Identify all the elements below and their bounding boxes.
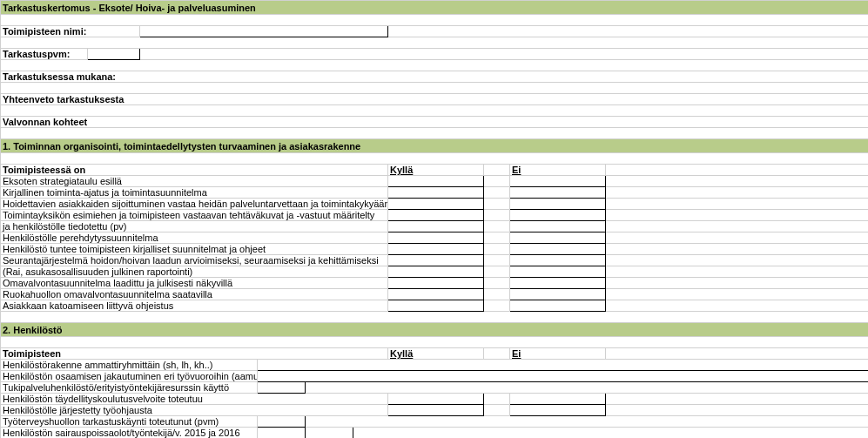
- s1-no-8[interactable]: [510, 266, 606, 278]
- s2-row: Henkilöstön sairauspoissaolot/työntekijä…: [1, 428, 258, 439]
- s2-row: Henkilöstön täydellityskoulutusvelvoite …: [1, 394, 388, 405]
- s1-yes-9[interactable]: [388, 278, 484, 289]
- s2-row: Henkilöstörakenne ammattiryhmittäin (sh,…: [1, 360, 258, 371]
- s1-no-6[interactable]: [510, 244, 606, 255]
- s1-no-9[interactable]: [510, 278, 606, 289]
- s1-row: Asiakkaan katoamiseen liittyvä ohjeistus: [1, 300, 388, 312]
- s1-yes-0[interactable]: [388, 176, 484, 187]
- s1-yes-6[interactable]: [388, 244, 484, 255]
- s2-yes-3[interactable]: [388, 394, 484, 405]
- s1-yes-4[interactable]: [388, 221, 484, 232]
- label-yhteenveto: Yhteenveto tarkastuksesta: [1, 94, 869, 105]
- s1-no-7[interactable]: [510, 255, 606, 266]
- s1-no-1[interactable]: [510, 187, 606, 199]
- label-mukana: Tarkastuksessa mukana:: [1, 71, 869, 83]
- s1-no-2[interactable]: [510, 199, 606, 210]
- input-tarkastuspvm[interactable]: [88, 49, 140, 60]
- s2-row: Tukipalveluhenkilöstö/erityistyöntekijär…: [1, 382, 258, 394]
- s2-small-6a[interactable]: [258, 428, 306, 439]
- s2-row: Henkilöstölle järjestetty työohjausta: [1, 405, 388, 416]
- section1-sub: Toimipisteessä on: [1, 165, 388, 176]
- page-title: Tarkastuskertomus - Eksote/ Hoiva- ja pa…: [1, 1, 869, 15]
- s2-yes-4[interactable]: [388, 405, 484, 416]
- col-ei2: Ei: [510, 348, 606, 360]
- section1-title: 1. Toiminnan organisointi, toimintaedell…: [1, 139, 869, 153]
- s1-yes-3[interactable]: [388, 210, 484, 221]
- s1-row: Toimintayksikön esimiehen ja toimipistee…: [1, 210, 388, 221]
- spreadsheet-grid: Tarkastuskertomus - Eksote/ Hoiva- ja pa…: [0, 0, 868, 438]
- s1-row: Eksoten strategiataulu esillä: [1, 176, 388, 187]
- s1-yes-7[interactable]: [388, 255, 484, 266]
- s2-field-1[interactable]: [258, 371, 869, 382]
- s1-yes-10[interactable]: [388, 289, 484, 300]
- s1-row: Ruokahuollon omavalvontasuunnitelma saat…: [1, 289, 388, 300]
- s1-yes-2[interactable]: [388, 199, 484, 210]
- s1-row: Kirjallinen toiminta-ajatus ja toimintas…: [1, 187, 388, 199]
- s1-no-10[interactable]: [510, 289, 606, 300]
- s2-small-2[interactable]: [258, 382, 306, 394]
- s1-no-11[interactable]: [510, 300, 606, 312]
- s2-row: Henkilöstön osaamisen jakautuminen eri t…: [1, 371, 258, 382]
- s1-no-4[interactable]: [510, 221, 606, 232]
- s1-row: Seurantajärjestelmä hoidon/hoivan laadun…: [1, 255, 388, 266]
- s1-no-5[interactable]: [510, 232, 606, 244]
- col-ei: Ei: [510, 165, 606, 176]
- s2-field-0[interactable]: [258, 360, 869, 371]
- s1-no-0[interactable]: [510, 176, 606, 187]
- s1-yes-5[interactable]: [388, 232, 484, 244]
- s1-row: Hoidettavien asiakkaiden sijoittuminen v…: [1, 199, 388, 210]
- s1-no-3[interactable]: [510, 210, 606, 221]
- s2-small-5[interactable]: [258, 416, 306, 428]
- s1-row: Omavalvontasuunnitelma laadittu ja julki…: [1, 278, 388, 289]
- section2-sub: Toimipisteen: [1, 348, 388, 360]
- s1-row: Henkilöstölle perehdytyssuunnitelma: [1, 232, 388, 244]
- s1-yes-11[interactable]: [388, 300, 484, 312]
- col-kylla2: Kyllä: [388, 348, 484, 360]
- label-valvonnan: Valvonnan kohteet: [1, 117, 869, 128]
- s2-row: Työterveyshuollon tarkastuskäynti toteut…: [1, 416, 258, 428]
- s1-row: ja henkilöstölle tiedotettu (pv): [1, 221, 388, 232]
- label-toimipiste: Toimipisteen nimi:: [1, 26, 140, 37]
- section2-title: 2. Henkilöstö: [1, 323, 869, 337]
- s2-small-6b[interactable]: [306, 428, 353, 439]
- col-kylla: Kyllä: [388, 165, 484, 176]
- s1-yes-1[interactable]: [388, 187, 484, 199]
- s1-yes-8[interactable]: [388, 266, 484, 278]
- s1-row: (Rai, asukasosallisuuden julkinen raport…: [1, 266, 388, 278]
- input-toimipiste[interactable]: [140, 26, 388, 37]
- s2-no-3[interactable]: [510, 394, 606, 405]
- s1-row: Henkilöstö tuntee toimipisteen kirjallis…: [1, 244, 388, 255]
- label-tarkastuspvm: Tarkastuspvm:: [1, 49, 88, 60]
- s2-no-4[interactable]: [510, 405, 606, 416]
